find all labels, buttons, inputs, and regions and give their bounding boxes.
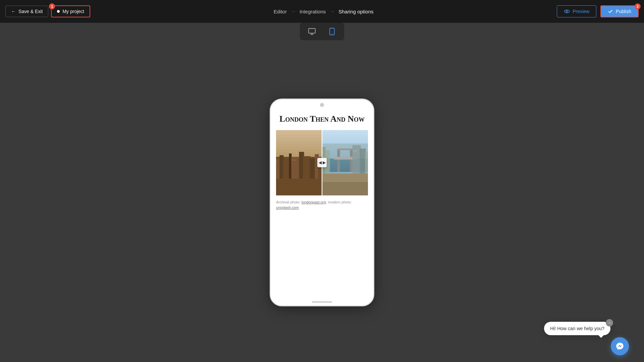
svg-rect-11	[280, 155, 284, 179]
phone-notch	[320, 103, 324, 107]
slider-arrows-icon: ◀▶	[319, 160, 326, 165]
preview-label: Preview	[573, 9, 589, 14]
svg-rect-23	[294, 160, 296, 161]
svg-rect-15	[299, 152, 304, 179]
svg-rect-17	[310, 159, 316, 179]
modern-london-photo	[322, 130, 368, 195]
svg-rect-10	[276, 159, 281, 179]
article-wrapper: London Then And Now	[271, 107, 373, 299]
topbar-right: Preview 2 Publish	[557, 5, 639, 17]
svg-rect-12	[283, 160, 290, 179]
chat-close-button[interactable]: −	[606, 319, 613, 326]
phone-home-indicator	[312, 301, 332, 303]
nav-integrations[interactable]: Integrations	[300, 9, 326, 14]
archival-caption-label: Archival photo:	[276, 200, 302, 204]
nav-arrow-2: →	[330, 9, 334, 14]
svg-rect-2	[309, 28, 315, 33]
svg-rect-16	[303, 156, 311, 179]
topbar-left: ← Save & Exit 1 My project	[5, 5, 90, 17]
svg-rect-7	[276, 130, 322, 195]
chat-bubble: Hi! How can we help you? −	[544, 322, 610, 335]
topbar-center: Editor → Integrations → Sharing options	[274, 9, 374, 14]
svg-rect-37	[322, 182, 368, 195]
svg-rect-9	[276, 157, 322, 195]
save-exit-label: Save & Exit	[18, 9, 43, 14]
after-image	[322, 130, 368, 195]
svg-rect-22	[292, 160, 293, 161]
mobile-icon	[328, 27, 336, 36]
svg-point-1	[566, 11, 568, 12]
badge-1: 1	[49, 3, 55, 9]
save-exit-button[interactable]: ← Save & Exit	[5, 6, 48, 17]
project-dot-icon	[57, 10, 60, 13]
arrow-left-icon: ←	[11, 9, 16, 14]
desktop-view-button[interactable]	[303, 25, 321, 38]
nav-arrow-1: →	[291, 9, 296, 14]
svg-point-0	[565, 10, 570, 13]
image-caption: Archival photo: londonpast.org, modern p…	[276, 199, 368, 210]
caption-separator: , modern photo:	[326, 200, 352, 204]
svg-rect-27	[337, 148, 340, 172]
phone-frame: London Then And Now	[270, 99, 374, 306]
svg-rect-29	[337, 148, 353, 150]
check-icon	[608, 9, 613, 14]
nav-editor[interactable]: Editor	[274, 9, 287, 14]
topbar: ← Save & Exit 1 My project Editor → Inte…	[0, 0, 644, 23]
preview-button[interactable]: Preview	[557, 5, 596, 17]
slider-handle[interactable]: ◀▶	[317, 158, 327, 167]
mobile-view-button[interactable]	[323, 25, 341, 38]
article-title: London Then And Now	[276, 114, 368, 125]
archival-link[interactable]: londonpast.org	[302, 200, 326, 204]
my-project-label: My project	[62, 9, 84, 14]
modern-link[interactable]: unsplash.com	[276, 205, 299, 209]
nav-sharing-options[interactable]: Sharing options	[338, 9, 373, 14]
chat-bubble-text: Hi! How can we help you?	[550, 326, 604, 331]
svg-rect-13	[289, 154, 292, 179]
svg-rect-41	[356, 150, 357, 152]
desktop-icon	[308, 27, 316, 36]
eye-icon	[564, 8, 570, 14]
my-project-button[interactable]: 1 My project	[51, 5, 90, 17]
svg-rect-40	[353, 150, 355, 152]
chat-fab-button[interactable]	[611, 337, 629, 355]
messenger-icon	[615, 342, 624, 351]
svg-rect-28	[350, 148, 353, 172]
svg-rect-14	[291, 157, 300, 179]
phone-content: London Then And Now	[271, 107, 373, 299]
old-london-photo	[276, 130, 322, 195]
publish-label: Publish	[616, 9, 631, 14]
svg-rect-20	[276, 161, 277, 162]
image-comparison-slider[interactable]: ◀▶	[276, 130, 368, 195]
svg-rect-21	[276, 164, 277, 165]
badge-2: 2	[635, 3, 641, 9]
before-image	[276, 130, 322, 195]
svg-rect-8	[276, 130, 322, 157]
publish-button[interactable]: 2 Publish	[600, 5, 639, 17]
main-canvas: London Then And Now	[0, 23, 644, 362]
device-toggle-bar	[300, 23, 344, 40]
